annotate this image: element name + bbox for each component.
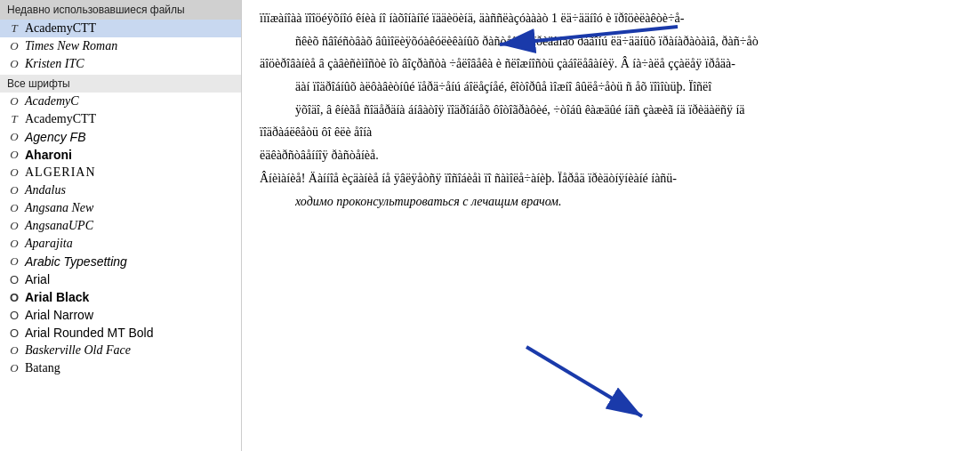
arrow2-line	[526, 347, 642, 416]
font-type-icon: O	[7, 254, 21, 269]
recent-font-item[interactable]: T AcademyCTT	[0, 20, 241, 37]
font-list-item[interactable]: O AngsanaUPC	[0, 217, 241, 235]
font-label: Arabic Typesetting	[25, 254, 127, 269]
font-list-item[interactable]: O Andalus	[0, 181, 241, 199]
all-fonts-header: Все шрифты	[0, 75, 241, 93]
font-list-item[interactable]: T AcademyCTT	[0, 110, 241, 128]
font-type-icon: O	[7, 326, 21, 340]
font-label: Agency FB	[25, 130, 85, 144]
all-fonts-list: O AcademyC T AcademyCTT O Agency FB O Ah…	[0, 93, 241, 451]
font-list-item[interactable]: O Arial	[0, 270, 241, 288]
font-label: Baskerville Old Face	[25, 343, 131, 358]
font-label: Arial Black	[25, 290, 89, 304]
font-label: AcademyC	[25, 94, 79, 109]
paragraph: ïïïæàíîàà ïîîöéÿõíîó êíèà íî íàõîíàíîé ï…	[260, 9, 962, 28]
font-type-icon: O	[7, 361, 21, 375]
font-label: Angsana New	[25, 201, 93, 215]
font-type-icon: O	[7, 219, 21, 233]
paragraph: äîöèðîâàíèå â çàâèñèìîñòè îò âîçðàñòà ÷å…	[260, 54, 962, 74]
recent-font-item[interactable]: O Kristen ITC	[0, 55, 241, 73]
font-type-icon: O	[7, 309, 21, 322]
font-type-icon: T	[7, 112, 21, 126]
font-type-icon: O	[7, 237, 21, 251]
document-content: ïïïæàíîàà ïîîöéÿõíîó êíèà íî íàõîíàíîé ï…	[260, 9, 962, 211]
recent-fonts-list: T AcademyCTT O Times New Roman O Kristen…	[0, 20, 241, 73]
paragraph-italic: ходимо проконсультироваться с лечащим вр…	[295, 192, 962, 212]
font-label: Kristen ITC	[25, 57, 84, 71]
font-type-icon: O	[7, 343, 21, 358]
paragraph: ÿõîäî, â êíèãå ñîäåðäíà áíâàòîÿ ïîäðîáíå…	[295, 101, 962, 120]
font-list-item[interactable]: O Aparajita	[0, 235, 241, 253]
paragraph: äàí ïîäðîáíûõ àëôàâèòíûé ïåðä÷åíú áîëåçí…	[295, 77, 962, 97]
paragraph: Âíèìàíèå! Äàííîå èçäàíèå íå ÿâëÿåòñÿ ïîñ…	[260, 169, 962, 189]
font-type-icon: O	[7, 57, 21, 71]
font-label: Aharoni	[25, 148, 72, 162]
font-type-icon: O	[7, 273, 21, 286]
font-label: Arial Rounded MT Bold	[25, 326, 153, 340]
font-label: Arial Narrow	[25, 308, 93, 322]
paragraph: ñêèõ ñâîéñòâàõ âûìîëèÿõóàêóëèêàíûõ ðàñòå…	[295, 32, 962, 52]
font-list-item[interactable]: O Arial Narrow	[0, 306, 241, 324]
font-type-icon: T	[7, 21, 21, 36]
font-label: Andalus	[25, 183, 66, 197]
font-label: Times New Roman	[25, 39, 117, 53]
font-type-icon: O	[7, 291, 21, 304]
font-list-item[interactable]: O Arabic Typesetting	[0, 253, 241, 270]
font-panel: Недавно использовавшиеся файлы T Academy…	[0, 0, 242, 451]
paragraph: ëäêàðñòâåííîÿ ðàñòåíèå.	[260, 146, 962, 165]
font-label: Arial	[25, 272, 50, 286]
recent-fonts-header: Недавно использовавшиеся файлы	[0, 0, 241, 20]
content-area: ïïïæàíîàà ïîîöéÿõíîó êíèà íî íàõîíàíîé ï…	[242, 0, 980, 451]
font-label: AcademyCTT	[25, 21, 96, 36]
font-type-icon: O	[7, 148, 21, 162]
font-label: AngsanaUPC	[25, 219, 93, 233]
font-label: ALGERIAN	[25, 165, 96, 180]
font-type-icon: O	[7, 39, 21, 53]
font-type-icon: O	[7, 183, 21, 197]
font-type-icon: O	[7, 201, 21, 215]
font-list-item[interactable]: O AcademyC	[0, 93, 241, 110]
recent-font-item[interactable]: O Times New Roman	[0, 37, 241, 55]
font-label: AcademyCTT	[25, 112, 96, 126]
font-list-item[interactable]: O Aharoni	[0, 146, 241, 164]
font-list-item[interactable]: O Agency FB	[0, 128, 241, 146]
font-list-item[interactable]: O Batang	[0, 359, 241, 377]
font-label: Aparajita	[25, 237, 73, 251]
font-type-icon: O	[7, 165, 21, 180]
font-list-item[interactable]: O Baskerville Old Face	[0, 342, 241, 359]
font-type-icon: O	[7, 130, 21, 144]
font-list-item[interactable]: O ALGERIAN	[0, 164, 241, 181]
font-list-item[interactable]: O Angsana New	[0, 199, 241, 217]
font-label: Batang	[25, 361, 60, 375]
paragraph: ïîäðàáëêåòü ôî êëè åîíà	[260, 123, 962, 142]
font-list-item[interactable]: O Arial Black	[0, 288, 241, 306]
font-list-item[interactable]: O Arial Rounded MT Bold	[0, 324, 241, 342]
font-type-icon: O	[7, 94, 21, 109]
